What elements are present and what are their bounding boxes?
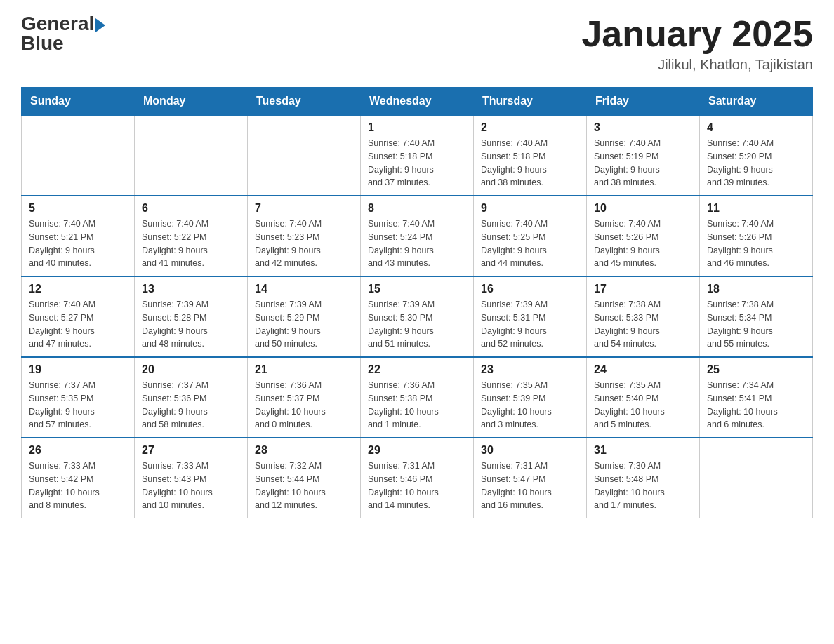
calendar-week-row: 12Sunrise: 7:40 AMSunset: 5:27 PMDayligh… xyxy=(22,276,813,357)
day-info: Sunrise: 7:39 AMSunset: 5:28 PMDaylight:… xyxy=(142,298,240,351)
calendar-cell: 16Sunrise: 7:39 AMSunset: 5:31 PMDayligh… xyxy=(474,276,587,357)
calendar-day-header: Tuesday xyxy=(248,88,361,116)
calendar-cell: 8Sunrise: 7:40 AMSunset: 5:24 PMDaylight… xyxy=(361,196,474,276)
day-info: Sunrise: 7:30 AMSunset: 5:48 PMDaylight:… xyxy=(594,459,692,512)
calendar-cell: 1Sunrise: 7:40 AMSunset: 5:18 PMDaylight… xyxy=(361,115,474,196)
day-number: 22 xyxy=(368,363,466,376)
calendar-day-header: Wednesday xyxy=(361,88,474,116)
day-number: 29 xyxy=(368,444,466,457)
day-info: Sunrise: 7:39 AMSunset: 5:29 PMDaylight:… xyxy=(255,298,353,351)
calendar-cell: 7Sunrise: 7:40 AMSunset: 5:23 PMDaylight… xyxy=(248,196,361,276)
day-number: 27 xyxy=(142,444,240,457)
day-number: 6 xyxy=(142,202,240,215)
calendar-cell: 28Sunrise: 7:32 AMSunset: 5:44 PMDayligh… xyxy=(248,438,361,518)
day-info: Sunrise: 7:40 AMSunset: 5:21 PMDaylight:… xyxy=(29,217,127,270)
calendar-cell: 23Sunrise: 7:35 AMSunset: 5:39 PMDayligh… xyxy=(474,357,587,438)
day-number: 5 xyxy=(29,202,127,215)
calendar-cell: 4Sunrise: 7:40 AMSunset: 5:20 PMDaylight… xyxy=(700,115,813,196)
day-number: 17 xyxy=(594,283,692,295)
day-number: 11 xyxy=(707,202,805,215)
calendar-table: SundayMondayTuesdayWednesdayThursdayFrid… xyxy=(21,87,813,518)
day-info: Sunrise: 7:40 AMSunset: 5:22 PMDaylight:… xyxy=(142,217,240,270)
calendar-cell: 29Sunrise: 7:31 AMSunset: 5:46 PMDayligh… xyxy=(361,438,474,518)
calendar-cell: 21Sunrise: 7:36 AMSunset: 5:37 PMDayligh… xyxy=(248,357,361,438)
day-info: Sunrise: 7:40 AMSunset: 5:23 PMDaylight:… xyxy=(255,217,353,270)
day-info: Sunrise: 7:40 AMSunset: 5:18 PMDaylight:… xyxy=(368,137,466,189)
calendar-cell: 30Sunrise: 7:31 AMSunset: 5:47 PMDayligh… xyxy=(474,438,587,518)
day-info: Sunrise: 7:40 AMSunset: 5:25 PMDaylight:… xyxy=(481,217,579,270)
logo-arrow-icon xyxy=(95,18,105,32)
calendar-day-header: Saturday xyxy=(700,88,813,116)
day-info: Sunrise: 7:40 AMSunset: 5:20 PMDaylight:… xyxy=(707,137,805,189)
day-info: Sunrise: 7:32 AMSunset: 5:44 PMDaylight:… xyxy=(255,459,353,512)
day-number: 13 xyxy=(142,283,240,295)
day-number: 30 xyxy=(481,444,579,457)
day-info: Sunrise: 7:40 AMSunset: 5:24 PMDaylight:… xyxy=(368,217,466,270)
calendar-cell: 5Sunrise: 7:40 AMSunset: 5:21 PMDaylight… xyxy=(22,196,135,276)
day-number: 9 xyxy=(481,202,579,215)
logo: General Blue xyxy=(21,14,105,53)
calendar-cell: 19Sunrise: 7:37 AMSunset: 5:35 PMDayligh… xyxy=(22,357,135,438)
calendar-title: January 2025 xyxy=(581,14,813,54)
calendar-cell: 20Sunrise: 7:37 AMSunset: 5:36 PMDayligh… xyxy=(135,357,248,438)
day-number: 26 xyxy=(29,444,127,457)
calendar-week-row: 1Sunrise: 7:40 AMSunset: 5:18 PMDaylight… xyxy=(22,115,813,196)
day-info: Sunrise: 7:39 AMSunset: 5:30 PMDaylight:… xyxy=(368,298,466,351)
calendar-cell: 17Sunrise: 7:38 AMSunset: 5:33 PMDayligh… xyxy=(587,276,700,357)
day-number: 21 xyxy=(255,363,353,376)
day-info: Sunrise: 7:40 AMSunset: 5:26 PMDaylight:… xyxy=(594,217,692,270)
calendar-cell: 22Sunrise: 7:36 AMSunset: 5:38 PMDayligh… xyxy=(361,357,474,438)
calendar-cell: 12Sunrise: 7:40 AMSunset: 5:27 PMDayligh… xyxy=(22,276,135,357)
calendar-cell: 2Sunrise: 7:40 AMSunset: 5:18 PMDaylight… xyxy=(474,115,587,196)
day-info: Sunrise: 7:36 AMSunset: 5:37 PMDaylight:… xyxy=(255,379,353,431)
day-info: Sunrise: 7:39 AMSunset: 5:31 PMDaylight:… xyxy=(481,298,579,351)
calendar-subtitle: Jilikul, Khatlon, Tajikistan xyxy=(581,57,813,73)
title-block: January 2025 Jilikul, Khatlon, Tajikista… xyxy=(581,14,813,73)
calendar-week-row: 19Sunrise: 7:37 AMSunset: 5:35 PMDayligh… xyxy=(22,357,813,438)
day-number: 16 xyxy=(481,283,579,295)
day-number: 1 xyxy=(368,121,466,134)
calendar-cell xyxy=(248,115,361,196)
calendar-cell: 27Sunrise: 7:33 AMSunset: 5:43 PMDayligh… xyxy=(135,438,248,518)
calendar-cell xyxy=(22,115,135,196)
day-number: 3 xyxy=(594,121,692,134)
day-info: Sunrise: 7:35 AMSunset: 5:39 PMDaylight:… xyxy=(481,379,579,431)
day-info: Sunrise: 7:35 AMSunset: 5:40 PMDaylight:… xyxy=(594,379,692,431)
day-info: Sunrise: 7:37 AMSunset: 5:35 PMDaylight:… xyxy=(29,379,127,431)
day-number: 20 xyxy=(142,363,240,376)
calendar-day-header: Sunday xyxy=(22,88,135,116)
day-number: 12 xyxy=(29,283,127,295)
day-info: Sunrise: 7:40 AMSunset: 5:19 PMDaylight:… xyxy=(594,137,692,189)
day-number: 28 xyxy=(255,444,353,457)
day-info: Sunrise: 7:37 AMSunset: 5:36 PMDaylight:… xyxy=(142,379,240,431)
day-info: Sunrise: 7:40 AMSunset: 5:26 PMDaylight:… xyxy=(707,217,805,270)
calendar-day-header: Monday xyxy=(135,88,248,116)
day-number: 24 xyxy=(594,363,692,376)
calendar-cell: 10Sunrise: 7:40 AMSunset: 5:26 PMDayligh… xyxy=(587,196,700,276)
day-number: 15 xyxy=(368,283,466,295)
page-header: General Blue January 2025 Jilikul, Khatl… xyxy=(21,14,813,73)
day-info: Sunrise: 7:38 AMSunset: 5:34 PMDaylight:… xyxy=(707,298,805,351)
calendar-header-row: SundayMondayTuesdayWednesdayThursdayFrid… xyxy=(22,88,813,116)
day-number: 23 xyxy=(481,363,579,376)
day-number: 19 xyxy=(29,363,127,376)
day-number: 31 xyxy=(594,444,692,457)
day-info: Sunrise: 7:38 AMSunset: 5:33 PMDaylight:… xyxy=(594,298,692,351)
day-number: 14 xyxy=(255,283,353,295)
day-number: 25 xyxy=(707,363,805,376)
calendar-cell: 9Sunrise: 7:40 AMSunset: 5:25 PMDaylight… xyxy=(474,196,587,276)
day-info: Sunrise: 7:40 AMSunset: 5:27 PMDaylight:… xyxy=(29,298,127,351)
calendar-cell: 11Sunrise: 7:40 AMSunset: 5:26 PMDayligh… xyxy=(700,196,813,276)
day-number: 8 xyxy=(368,202,466,215)
day-info: Sunrise: 7:31 AMSunset: 5:47 PMDaylight:… xyxy=(481,459,579,512)
day-info: Sunrise: 7:36 AMSunset: 5:38 PMDaylight:… xyxy=(368,379,466,431)
day-number: 4 xyxy=(707,121,805,134)
calendar-day-header: Thursday xyxy=(474,88,587,116)
day-info: Sunrise: 7:31 AMSunset: 5:46 PMDaylight:… xyxy=(368,459,466,512)
calendar-cell: 13Sunrise: 7:39 AMSunset: 5:28 PMDayligh… xyxy=(135,276,248,357)
calendar-week-row: 5Sunrise: 7:40 AMSunset: 5:21 PMDaylight… xyxy=(22,196,813,276)
calendar-cell: 31Sunrise: 7:30 AMSunset: 5:48 PMDayligh… xyxy=(587,438,700,518)
day-number: 18 xyxy=(707,283,805,295)
calendar-cell xyxy=(135,115,248,196)
calendar-cell: 14Sunrise: 7:39 AMSunset: 5:29 PMDayligh… xyxy=(248,276,361,357)
